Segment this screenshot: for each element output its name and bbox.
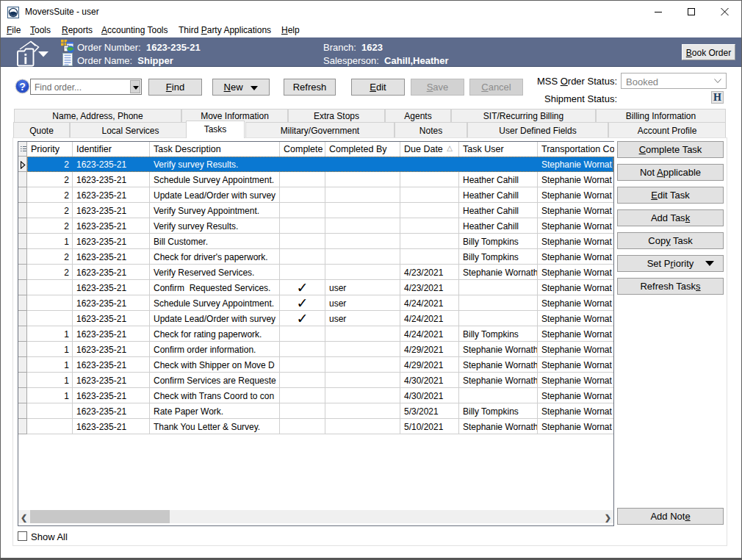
svg-text:?: ? <box>19 81 26 93</box>
